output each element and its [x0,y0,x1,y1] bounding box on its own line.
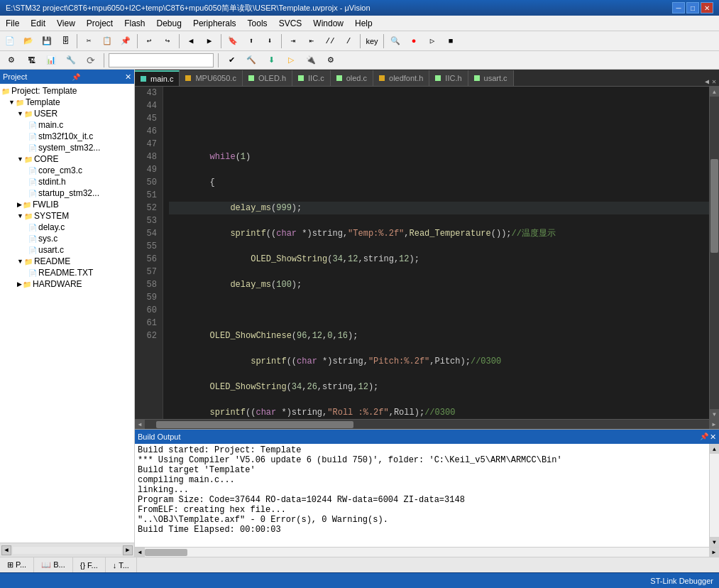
proj-icon5[interactable]: ⟳ [82,53,99,68]
tab-iic-c[interactable]: IIC.c [292,70,331,86]
unindent-btn[interactable]: ⇤ [303,33,320,49]
key-btn[interactable]: key [363,33,380,49]
hscroll-right[interactable]: ▶ [709,420,719,430]
system-expand[interactable]: ▼ [17,212,23,219]
tree-stdint[interactable]: 📄 stdint.h [0,176,134,187]
tree-hardware[interactable]: ▶ 📁 HARDWARE [0,278,134,290]
tree-system[interactable]: 📄 system_stm32... [0,142,134,153]
save-btn[interactable]: 💾 [38,33,55,49]
menu-peripherals[interactable]: Peripherals [187,16,242,31]
tree-core[interactable]: ▼ 📁 CORE [0,153,134,165]
menu-tools[interactable]: Tools [242,16,273,31]
hscroll-thumb[interactable] [156,421,353,428]
proj-icon4[interactable]: 🔧 [62,53,79,68]
build-scroll-down[interactable]: ▼ [710,537,719,547]
download-btn[interactable]: ⬇ [263,53,280,68]
menu-debug[interactable]: Debug [151,16,187,31]
tab-iic-h[interactable]: IIC.h [429,70,468,86]
find-btn[interactable]: 🔍 [387,33,404,49]
menu-svcs[interactable]: SVCS [273,16,308,31]
debug-start-btn[interactable]: ▷ [282,53,300,68]
readme-expand[interactable]: ▼ [17,258,23,265]
tree-startup[interactable]: 📄 startup_stm32... [0,187,134,199]
tree-fwlib[interactable]: ▶ 📁 FWLIB [0,199,134,210]
jlink-btn[interactable]: 🔌 [302,53,319,68]
save-all-btn[interactable]: 🗄 [57,33,74,49]
tree-usart[interactable]: 📄 usart.c [0,244,134,256]
tree-core-cm3[interactable]: 📄 core_cm3.c [0,165,134,176]
target-opt-btn[interactable]: ✔ [223,53,240,68]
uncomment-btn[interactable]: / [340,33,357,49]
menu-edit[interactable]: Edit [25,16,51,31]
target-selector[interactable]: Template [109,53,214,67]
bottom-tab-proj[interactable]: ⊞ P... [0,557,34,572]
core-expand[interactable]: ▼ [17,156,23,163]
editor-vscrollbar[interactable]: ▲ ▼ [709,87,719,419]
build-hscroll-right[interactable]: ▶ [709,548,719,557]
cut-btn[interactable]: ✂ [80,33,97,49]
proj-settings-btn[interactable]: ⚙ [3,53,20,68]
menu-project[interactable]: Project [81,16,119,31]
close-button[interactable]: ✕ [701,2,713,13]
copy-btn[interactable]: 📋 [99,33,116,49]
open-btn[interactable]: 📂 [20,33,37,49]
menu-help[interactable]: Help [349,16,378,31]
menu-file[interactable]: File [0,16,25,31]
hscroll-left[interactable]: ◀ [135,420,145,430]
template-expand[interactable]: ▼ [9,99,15,106]
tab-oled-h[interactable]: OLED.h [243,70,292,86]
tree-user[interactable]: ▼ 📁 USER [0,108,134,119]
undo-btn[interactable]: ↩ [141,33,158,49]
tree-main-c[interactable]: 📄 main.c [0,119,134,131]
tree-delay[interactable]: 📄 delay.c [0,222,134,233]
proj-icon3[interactable]: 📊 [43,53,60,68]
tab-close-all[interactable]: ✕ [712,77,716,86]
user-expand[interactable]: ▼ [17,110,23,117]
editor-hscrollbar[interactable]: ◀ ▶ [135,419,719,429]
tree-sys[interactable]: 📄 sys.c [0,233,134,244]
project-close-icon[interactable]: ✕ [125,72,131,82]
tab-usart-c[interactable]: usart.c [468,70,514,86]
hardware-expand[interactable]: ▶ [17,281,22,288]
tree-template[interactable]: ▼ 📁 Template [0,97,134,108]
comment-btn[interactable]: // [322,33,339,49]
scroll-up[interactable]: ▲ [710,87,719,97]
redo-btn[interactable]: ↪ [159,33,176,49]
minimize-button[interactable]: ─ [672,2,685,13]
build-vscrollbar[interactable]: ▲ ▼ [709,444,719,547]
scroll-thumb[interactable] [710,159,718,253]
build-all-btn[interactable]: 🔨 [243,53,260,68]
menu-flash[interactable]: Flash [119,16,150,31]
code-editor[interactable]: 43 44 45 46 47 48 49 50 51 52 53 54 55 5… [135,87,719,419]
bottom-tab-templ[interactable]: ↓ T... [106,557,137,572]
tab-scroll-left[interactable]: ◀ [705,77,709,86]
build-hscroll-thumb[interactable] [145,549,187,556]
build-scroll-up[interactable]: ▲ [710,444,719,454]
new-file-btn[interactable]: 📄 [1,33,18,49]
paste-btn[interactable]: 📌 [117,33,134,49]
tree-root[interactable]: 📁 Project: Template [0,85,134,97]
bottom-tab-book[interactable]: 📖 B... [34,557,73,572]
bottom-tab-func[interactable]: {} F... [73,557,106,572]
tab-oledfont[interactable]: oledfont.h [373,70,429,86]
tree-readme-txt[interactable]: 📄 README.TXT [0,267,134,278]
build-pin[interactable]: 📌 [700,432,708,442]
tree-system-folder[interactable]: ▼ 📁 SYSTEM [0,210,134,222]
build-hscrollbar[interactable]: ◀ ▶ [135,547,719,557]
prev-bookmark-btn[interactable]: ⬆ [243,33,260,49]
nav-back-btn[interactable]: ◀ [182,33,199,49]
tab-oled-c[interactable]: oled.c [331,70,373,86]
menu-window[interactable]: Window [307,16,349,31]
fwlib-expand[interactable]: ▶ [17,201,22,208]
indent-btn[interactable]: ⇥ [285,33,302,49]
tree-scroll-right[interactable]: ▶ [123,545,133,555]
extra-btn[interactable]: ⚙ [322,53,339,68]
build-hscroll-left[interactable]: ◀ [135,548,145,557]
stop-btn[interactable]: ■ [442,33,459,49]
menu-view[interactable]: View [51,16,81,31]
build-close[interactable]: ✕ [710,432,716,442]
bookmark-btn[interactable]: 🔖 [224,33,241,49]
code-content[interactable]: while(1) { delay_ms(999); sprintf((char … [163,87,709,419]
debug-btn[interactable]: ● [405,33,422,49]
next-bookmark-btn[interactable]: ⬇ [261,33,278,49]
